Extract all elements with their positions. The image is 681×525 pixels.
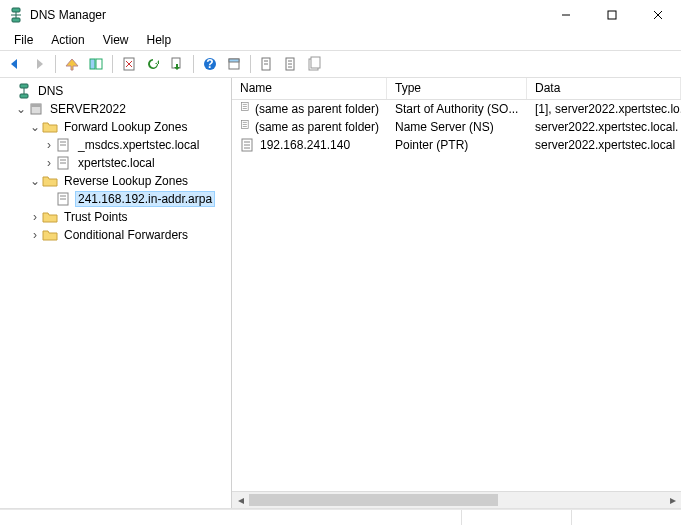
maximize-button[interactable] [589, 0, 635, 30]
filter-button[interactable] [304, 53, 326, 75]
column-type[interactable]: Type [387, 78, 527, 99]
cell-name: (same as parent folder) [255, 102, 379, 116]
zone-icon [56, 137, 72, 153]
export-button[interactable] [166, 53, 188, 75]
up-button[interactable] [61, 53, 83, 75]
svg-rect-27 [20, 84, 28, 88]
record-icon [240, 101, 251, 117]
list-row[interactable]: 192.168.241.140 Pointer (PTR) server2022… [232, 136, 681, 154]
status-pane [0, 510, 461, 525]
svg-rect-28 [20, 94, 28, 98]
tree-label: DNS [35, 84, 66, 98]
cell-data: server2022.xpertstec.local [527, 138, 681, 152]
folder-icon [42, 227, 58, 243]
cell-name: 192.168.241.140 [260, 138, 350, 152]
chevron-right-icon[interactable]: › [42, 156, 56, 170]
tree-trust-points[interactable]: › Trust Points [0, 208, 231, 226]
toolbar: ? [0, 50, 681, 78]
svg-rect-8 [90, 59, 95, 69]
tree-server[interactable]: ⌄ SERVER2022 [0, 100, 231, 118]
app-icon [8, 7, 24, 23]
status-pane [461, 510, 571, 525]
tree-label: Conditional Forwarders [61, 228, 191, 242]
menu-action[interactable]: Action [43, 31, 92, 49]
dns-icon [16, 83, 32, 99]
back-button[interactable] [4, 53, 26, 75]
chevron-right-icon[interactable]: › [28, 228, 42, 242]
menu-view[interactable]: View [95, 31, 137, 49]
svg-rect-31 [31, 104, 41, 107]
tree-view[interactable]: DNS ⌄ SERVER2022 ⌄ Forward Lookup Zones … [0, 78, 232, 508]
server-icon [28, 101, 44, 117]
show-hide-tree-button[interactable] [85, 53, 107, 75]
zone-icon [56, 155, 72, 171]
scroll-left-button[interactable]: ◂ [232, 492, 249, 508]
list-header: Name Type Data [232, 78, 681, 100]
tree-root-dns[interactable]: DNS [0, 82, 231, 100]
cell-type: Name Server (NS) [387, 120, 527, 134]
new-record-button[interactable] [256, 53, 278, 75]
tree-label: xpertstec.local [75, 156, 158, 170]
close-button[interactable] [635, 0, 681, 30]
horizontal-scrollbar[interactable]: ◂ ▸ [232, 491, 681, 508]
chevron-right-icon[interactable]: › [28, 210, 42, 224]
tree-fwd-zone-xpertstec[interactable]: › xpertstec.local [0, 154, 231, 172]
new-zone-button[interactable] [280, 53, 302, 75]
tree-label: _msdcs.xpertstec.local [75, 138, 202, 152]
chevron-down-icon[interactable]: ⌄ [28, 174, 42, 188]
properties-button[interactable] [223, 53, 245, 75]
svg-rect-26 [311, 57, 320, 68]
refresh-button[interactable] [142, 53, 164, 75]
record-icon [240, 119, 251, 135]
menubar: File Action View Help [0, 30, 681, 50]
cell-data: [1], server2022.xpertstec.lo... [527, 102, 681, 116]
record-icon [240, 137, 256, 153]
svg-rect-5 [608, 11, 616, 19]
cell-type: Start of Authority (SO... [387, 102, 527, 116]
menu-help[interactable]: Help [139, 31, 180, 49]
svg-rect-9 [96, 59, 102, 69]
status-pane [571, 510, 681, 525]
tree-label: 241.168.192.in-addr.arpa [75, 191, 215, 207]
list-row[interactable]: (same as parent folder) Name Server (NS)… [232, 118, 681, 136]
minimize-button[interactable] [543, 0, 589, 30]
tree-fwd-zone-msdcs[interactable]: › _msdcs.xpertstec.local [0, 136, 231, 154]
svg-rect-1 [12, 18, 20, 22]
list-view[interactable]: Name Type Data (same as parent folder) S… [232, 78, 681, 508]
column-data[interactable]: Data [527, 78, 681, 99]
folder-icon [42, 119, 58, 135]
forward-button[interactable] [28, 53, 50, 75]
folder-icon [42, 209, 58, 225]
column-name[interactable]: Name [232, 78, 387, 99]
folder-icon [42, 173, 58, 189]
tree-rev-zone-241[interactable]: 241.168.192.in-addr.arpa [0, 190, 231, 208]
scroll-right-button[interactable]: ▸ [664, 492, 681, 508]
tree-label: SERVER2022 [47, 102, 129, 116]
tree-reverse-zones[interactable]: ⌄ Reverse Lookup Zones [0, 172, 231, 190]
svg-rect-17 [229, 59, 239, 62]
statusbar [0, 509, 681, 525]
cell-data: server2022.xpertstec.local. [527, 120, 681, 134]
chevron-right-icon[interactable]: › [42, 138, 56, 152]
tree-label: Trust Points [61, 210, 131, 224]
help-button[interactable]: ? [199, 53, 221, 75]
tree-label: Reverse Lookup Zones [61, 174, 191, 188]
tree-conditional-forwarders[interactable]: › Conditional Forwarders [0, 226, 231, 244]
list-row[interactable]: (same as parent folder) Start of Authori… [232, 100, 681, 118]
cell-type: Pointer (PTR) [387, 138, 527, 152]
cell-name: (same as parent folder) [255, 120, 379, 134]
svg-rect-0 [12, 8, 20, 12]
tree-forward-zones[interactable]: ⌄ Forward Lookup Zones [0, 118, 231, 136]
zone-icon [56, 191, 72, 207]
window-title: DNS Manager [30, 8, 543, 22]
menu-file[interactable]: File [6, 31, 41, 49]
delete-button[interactable] [118, 53, 140, 75]
titlebar: DNS Manager [0, 0, 681, 30]
svg-text:?: ? [206, 57, 213, 71]
chevron-down-icon[interactable]: ⌄ [28, 120, 42, 134]
tree-label: Forward Lookup Zones [61, 120, 190, 134]
scroll-thumb[interactable] [249, 494, 498, 506]
chevron-down-icon[interactable]: ⌄ [14, 102, 28, 116]
